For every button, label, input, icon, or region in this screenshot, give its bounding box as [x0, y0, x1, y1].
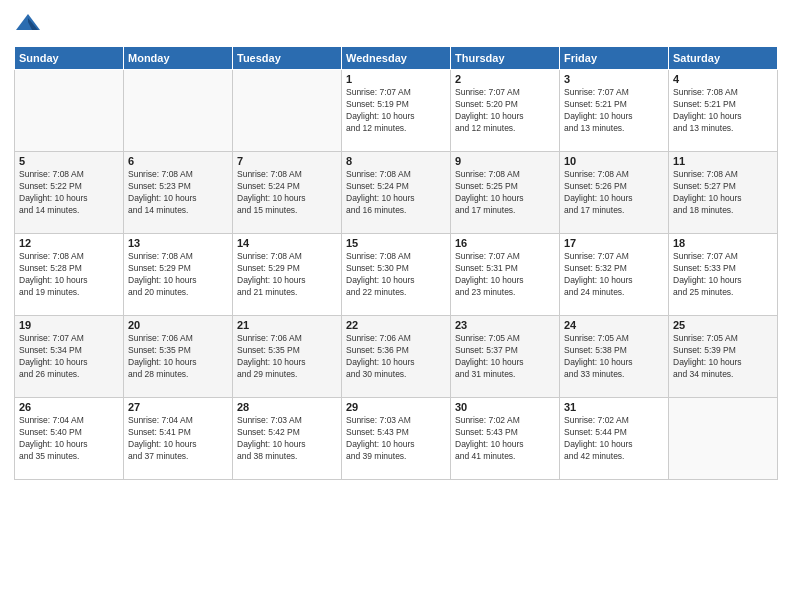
- calendar-cell: 15Sunrise: 7:08 AM Sunset: 5:30 PM Dayli…: [342, 234, 451, 316]
- calendar-cell: 14Sunrise: 7:08 AM Sunset: 5:29 PM Dayli…: [233, 234, 342, 316]
- day-number: 9: [455, 155, 555, 167]
- calendar-cell: 16Sunrise: 7:07 AM Sunset: 5:31 PM Dayli…: [451, 234, 560, 316]
- day-number: 16: [455, 237, 555, 249]
- day-number: 24: [564, 319, 664, 331]
- day-number: 3: [564, 73, 664, 85]
- day-number: 26: [19, 401, 119, 413]
- day-number: 11: [673, 155, 773, 167]
- calendar-cell: [124, 70, 233, 152]
- calendar-cell: 26Sunrise: 7:04 AM Sunset: 5:40 PM Dayli…: [15, 398, 124, 480]
- calendar-cell: 23Sunrise: 7:05 AM Sunset: 5:37 PM Dayli…: [451, 316, 560, 398]
- calendar-week-row: 12Sunrise: 7:08 AM Sunset: 5:28 PM Dayli…: [15, 234, 778, 316]
- calendar-cell: [15, 70, 124, 152]
- day-info: Sunrise: 7:05 AM Sunset: 5:37 PM Dayligh…: [455, 333, 555, 381]
- day-info: Sunrise: 7:02 AM Sunset: 5:44 PM Dayligh…: [564, 415, 664, 463]
- calendar-cell: 19Sunrise: 7:07 AM Sunset: 5:34 PM Dayli…: [15, 316, 124, 398]
- day-number: 19: [19, 319, 119, 331]
- calendar-cell: 31Sunrise: 7:02 AM Sunset: 5:44 PM Dayli…: [560, 398, 669, 480]
- calendar-cell: 12Sunrise: 7:08 AM Sunset: 5:28 PM Dayli…: [15, 234, 124, 316]
- day-number: 2: [455, 73, 555, 85]
- day-number: 31: [564, 401, 664, 413]
- day-info: Sunrise: 7:08 AM Sunset: 5:25 PM Dayligh…: [455, 169, 555, 217]
- main-container: SundayMondayTuesdayWednesdayThursdayFrid…: [0, 0, 792, 488]
- calendar-cell: 13Sunrise: 7:08 AM Sunset: 5:29 PM Dayli…: [124, 234, 233, 316]
- day-info: Sunrise: 7:08 AM Sunset: 5:29 PM Dayligh…: [128, 251, 228, 299]
- calendar-cell: 6Sunrise: 7:08 AM Sunset: 5:23 PM Daylig…: [124, 152, 233, 234]
- calendar-cell: 30Sunrise: 7:02 AM Sunset: 5:43 PM Dayli…: [451, 398, 560, 480]
- weekday-header-monday: Monday: [124, 47, 233, 70]
- day-info: Sunrise: 7:07 AM Sunset: 5:21 PM Dayligh…: [564, 87, 664, 135]
- day-number: 8: [346, 155, 446, 167]
- calendar-cell: 5Sunrise: 7:08 AM Sunset: 5:22 PM Daylig…: [15, 152, 124, 234]
- day-number: 17: [564, 237, 664, 249]
- calendar-cell: 1Sunrise: 7:07 AM Sunset: 5:19 PM Daylig…: [342, 70, 451, 152]
- calendar-cell: 10Sunrise: 7:08 AM Sunset: 5:26 PM Dayli…: [560, 152, 669, 234]
- calendar-cell: 21Sunrise: 7:06 AM Sunset: 5:35 PM Dayli…: [233, 316, 342, 398]
- day-number: 27: [128, 401, 228, 413]
- day-info: Sunrise: 7:08 AM Sunset: 5:26 PM Dayligh…: [564, 169, 664, 217]
- day-number: 12: [19, 237, 119, 249]
- day-info: Sunrise: 7:02 AM Sunset: 5:43 PM Dayligh…: [455, 415, 555, 463]
- calendar-cell: 11Sunrise: 7:08 AM Sunset: 5:27 PM Dayli…: [669, 152, 778, 234]
- day-info: Sunrise: 7:08 AM Sunset: 5:28 PM Dayligh…: [19, 251, 119, 299]
- day-info: Sunrise: 7:04 AM Sunset: 5:41 PM Dayligh…: [128, 415, 228, 463]
- logo: [14, 10, 46, 38]
- calendar-cell: 8Sunrise: 7:08 AM Sunset: 5:24 PM Daylig…: [342, 152, 451, 234]
- day-info: Sunrise: 7:08 AM Sunset: 5:27 PM Dayligh…: [673, 169, 773, 217]
- day-number: 18: [673, 237, 773, 249]
- day-number: 4: [673, 73, 773, 85]
- calendar-week-row: 5Sunrise: 7:08 AM Sunset: 5:22 PM Daylig…: [15, 152, 778, 234]
- calendar-cell: 25Sunrise: 7:05 AM Sunset: 5:39 PM Dayli…: [669, 316, 778, 398]
- day-info: Sunrise: 7:05 AM Sunset: 5:39 PM Dayligh…: [673, 333, 773, 381]
- calendar-cell: 24Sunrise: 7:05 AM Sunset: 5:38 PM Dayli…: [560, 316, 669, 398]
- day-number: 13: [128, 237, 228, 249]
- day-info: Sunrise: 7:05 AM Sunset: 5:38 PM Dayligh…: [564, 333, 664, 381]
- day-number: 14: [237, 237, 337, 249]
- calendar-cell: 9Sunrise: 7:08 AM Sunset: 5:25 PM Daylig…: [451, 152, 560, 234]
- day-info: Sunrise: 7:08 AM Sunset: 5:22 PM Dayligh…: [19, 169, 119, 217]
- day-info: Sunrise: 7:08 AM Sunset: 5:24 PM Dayligh…: [237, 169, 337, 217]
- calendar-cell: 4Sunrise: 7:08 AM Sunset: 5:21 PM Daylig…: [669, 70, 778, 152]
- day-number: 1: [346, 73, 446, 85]
- calendar-table: SundayMondayTuesdayWednesdayThursdayFrid…: [14, 46, 778, 480]
- calendar-cell: 27Sunrise: 7:04 AM Sunset: 5:41 PM Dayli…: [124, 398, 233, 480]
- day-info: Sunrise: 7:08 AM Sunset: 5:23 PM Dayligh…: [128, 169, 228, 217]
- weekday-header-sunday: Sunday: [15, 47, 124, 70]
- day-number: 15: [346, 237, 446, 249]
- weekday-header-tuesday: Tuesday: [233, 47, 342, 70]
- day-info: Sunrise: 7:04 AM Sunset: 5:40 PM Dayligh…: [19, 415, 119, 463]
- calendar-cell: 29Sunrise: 7:03 AM Sunset: 5:43 PM Dayli…: [342, 398, 451, 480]
- calendar-cell: 17Sunrise: 7:07 AM Sunset: 5:32 PM Dayli…: [560, 234, 669, 316]
- day-number: 23: [455, 319, 555, 331]
- day-number: 21: [237, 319, 337, 331]
- day-info: Sunrise: 7:08 AM Sunset: 5:30 PM Dayligh…: [346, 251, 446, 299]
- calendar-cell: 28Sunrise: 7:03 AM Sunset: 5:42 PM Dayli…: [233, 398, 342, 480]
- day-number: 28: [237, 401, 337, 413]
- calendar-cell: 18Sunrise: 7:07 AM Sunset: 5:33 PM Dayli…: [669, 234, 778, 316]
- weekday-header-friday: Friday: [560, 47, 669, 70]
- day-info: Sunrise: 7:07 AM Sunset: 5:33 PM Dayligh…: [673, 251, 773, 299]
- calendar-week-row: 1Sunrise: 7:07 AM Sunset: 5:19 PM Daylig…: [15, 70, 778, 152]
- day-number: 20: [128, 319, 228, 331]
- day-info: Sunrise: 7:03 AM Sunset: 5:43 PM Dayligh…: [346, 415, 446, 463]
- calendar-cell: [233, 70, 342, 152]
- calendar-cell: 7Sunrise: 7:08 AM Sunset: 5:24 PM Daylig…: [233, 152, 342, 234]
- day-info: Sunrise: 7:08 AM Sunset: 5:21 PM Dayligh…: [673, 87, 773, 135]
- day-info: Sunrise: 7:07 AM Sunset: 5:31 PM Dayligh…: [455, 251, 555, 299]
- day-number: 25: [673, 319, 773, 331]
- weekday-header-thursday: Thursday: [451, 47, 560, 70]
- calendar-cell: 22Sunrise: 7:06 AM Sunset: 5:36 PM Dayli…: [342, 316, 451, 398]
- weekday-header-wednesday: Wednesday: [342, 47, 451, 70]
- day-info: Sunrise: 7:07 AM Sunset: 5:34 PM Dayligh…: [19, 333, 119, 381]
- calendar-week-row: 26Sunrise: 7:04 AM Sunset: 5:40 PM Dayli…: [15, 398, 778, 480]
- day-info: Sunrise: 7:08 AM Sunset: 5:24 PM Dayligh…: [346, 169, 446, 217]
- day-number: 22: [346, 319, 446, 331]
- day-number: 6: [128, 155, 228, 167]
- day-info: Sunrise: 7:08 AM Sunset: 5:29 PM Dayligh…: [237, 251, 337, 299]
- day-number: 30: [455, 401, 555, 413]
- day-info: Sunrise: 7:07 AM Sunset: 5:19 PM Dayligh…: [346, 87, 446, 135]
- logo-icon: [14, 10, 42, 38]
- calendar-cell: 3Sunrise: 7:07 AM Sunset: 5:21 PM Daylig…: [560, 70, 669, 152]
- day-info: Sunrise: 7:06 AM Sunset: 5:36 PM Dayligh…: [346, 333, 446, 381]
- day-number: 29: [346, 401, 446, 413]
